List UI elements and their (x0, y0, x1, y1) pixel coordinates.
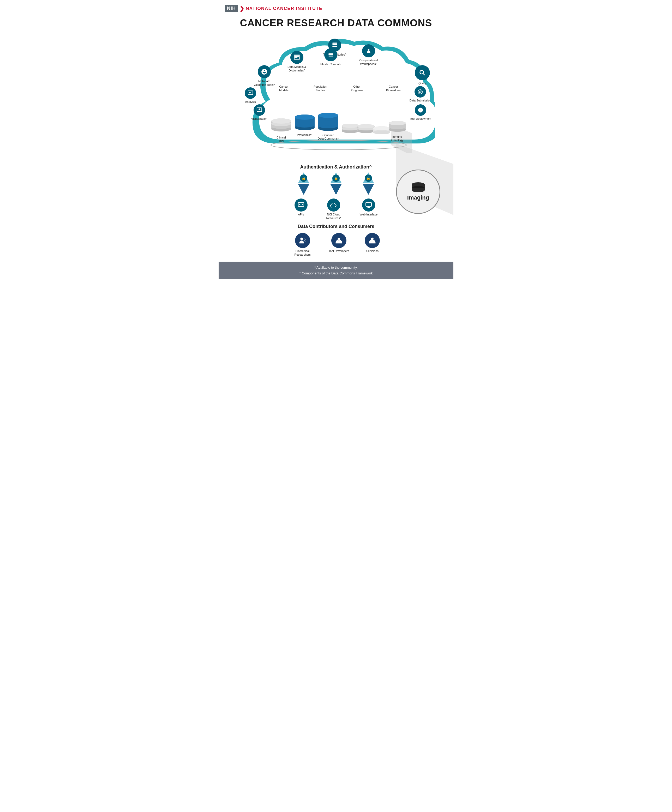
database-stacks: Clinical Trial Proteomics* (266, 103, 412, 154)
svg-rect-7 (328, 53, 333, 53)
nih-box: NIH (225, 5, 238, 12)
svg-text:Genomic: Genomic (322, 133, 334, 136)
svg-rect-2 (333, 46, 337, 47)
svg-point-33 (295, 114, 315, 120)
svg-rect-1 (333, 44, 337, 45)
svg-point-54 (357, 124, 375, 128)
svg-rect-4 (368, 51, 370, 51)
arrow-pair-1: 🔒 (298, 172, 309, 195)
svg-text:Oncology: Oncology (391, 138, 404, 142)
page-title: CANCER RESEARCH DATA COMMONS (218, 17, 454, 29)
svg-point-3 (368, 49, 370, 51)
arrow-down-3 (363, 184, 374, 195)
svg-point-17 (271, 140, 406, 150)
clinicians-item: + Clinicians (365, 233, 380, 257)
people-row: Biomedical Researchers </> Tool Develope… (237, 233, 435, 257)
arrow-down-2 (330, 184, 342, 195)
svg-point-72 (304, 239, 305, 240)
data-submission-icon: Data Submission (409, 86, 431, 102)
lock-icon-1: 🔒 (300, 174, 307, 182)
svg-rect-8 (328, 54, 333, 55)
svg-point-62 (389, 125, 406, 129)
cloud-area: Tool Repositories^ Computational Workspa… (237, 34, 435, 162)
metadata-validation-icon: Metadata Validation Tools^ (252, 65, 276, 87)
svg-text:Proteomics*: Proteomics* (297, 133, 312, 136)
computational-workspaces-icon: Computational Workspaces^ (358, 44, 379, 66)
tool-developers-item: </> Tool Developers (329, 233, 349, 257)
web-interface-item: Web Interface (360, 198, 377, 220)
svg-point-42 (318, 113, 338, 118)
elastic-compute-icon: Elastic Compute (321, 48, 341, 66)
imaging-label: Imaging (407, 194, 429, 201)
auth-label: Authentication & Authorization^ (237, 164, 435, 170)
below-cloud-section: Authentication & Authorization^ 🔒 🔒 🔒 (237, 164, 435, 256)
svg-text:+: + (372, 238, 373, 240)
svg-rect-81 (412, 188, 425, 190)
svg-point-12 (259, 109, 260, 110)
svg-text:Immuno-: Immuno- (392, 135, 403, 138)
svg-point-57 (373, 130, 390, 134)
svg-rect-0 (333, 43, 337, 44)
arrow-pair-2: 🔒 (330, 172, 342, 195)
header: NIH ❯ NATIONAL CANCER INSTITUTE (218, 0, 454, 15)
visualization-icon: Visualization (251, 104, 268, 121)
svg-point-24 (271, 118, 291, 124)
svg-rect-68 (366, 202, 372, 206)
svg-point-63 (389, 121, 406, 125)
data-models-icon: Data Models & Dictionaries^ (285, 51, 309, 73)
svg-text:Trial: Trial (279, 139, 284, 142)
svg-point-49 (342, 124, 359, 128)
nih-logo: NIH ❯ NATIONAL CANCER INSTITUTE (225, 5, 322, 12)
svg-text:Data Commons*: Data Commons* (318, 137, 339, 140)
footer: * Available to the community. ^ Componen… (218, 262, 454, 279)
svg-point-71 (300, 237, 303, 240)
arrow-down-1 (298, 184, 309, 195)
db-labels-row: Cancer Models Population Studies Other P… (266, 85, 412, 92)
svg-point-58 (373, 126, 390, 130)
analysis-icon: Analysis (245, 87, 256, 104)
chevron-icon: ❯ (239, 5, 244, 12)
org-name: NATIONAL CANCER INSTITUTE (246, 6, 322, 11)
svg-line-6 (423, 73, 425, 75)
biomedical-researchers-item: Biomedical Researchers (292, 233, 313, 257)
svg-point-5 (420, 70, 424, 74)
data-contributors-title: Data Contributors and Consumers (237, 224, 435, 229)
arrow-pair-3: 🔒 (363, 172, 374, 195)
lock-icon-2: 🔒 (333, 174, 339, 182)
svg-text:Clinical: Clinical (276, 136, 286, 139)
svg-point-16 (420, 92, 421, 92)
tool-deployment-icon: Tool Deployment (410, 104, 431, 121)
apis-item: APIs (295, 198, 307, 220)
lock-icon-3: 🔒 (365, 174, 372, 182)
query-icon: Query (415, 65, 430, 85)
nci-cloud-item: NCI Cloud Resources* (323, 198, 344, 220)
svg-rect-9 (328, 56, 333, 56)
svg-text:</>: </> (338, 239, 340, 241)
imaging-circle: Imaging (396, 169, 440, 214)
